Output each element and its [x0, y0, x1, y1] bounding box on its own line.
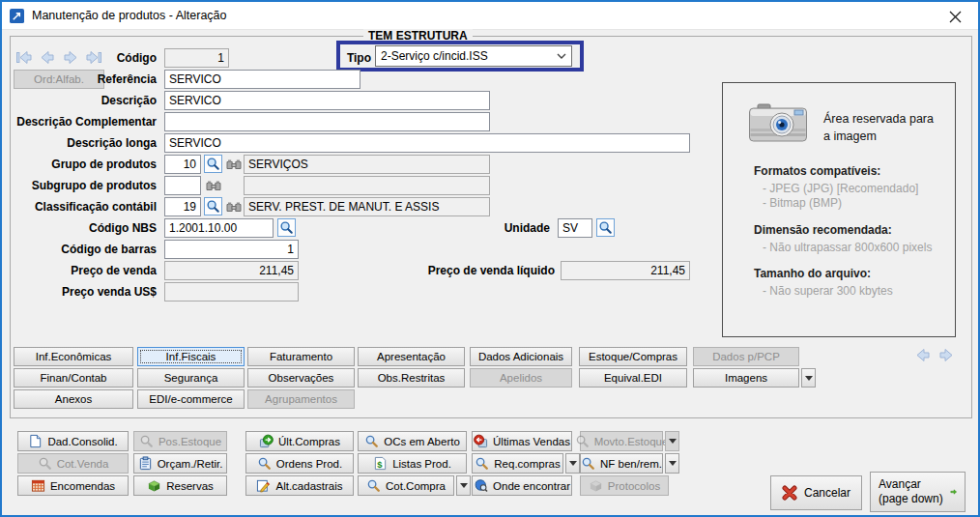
movto-estoque-dropdown-button[interactable] [665, 431, 679, 451]
codigo-barras-label: Código de barras [10, 243, 157, 256]
tipo-label: Tipo [344, 51, 371, 65]
tab-imagens[interactable]: Imagens [693, 368, 799, 388]
subgrupo-code-input[interactable] [164, 176, 201, 195]
search-icon [575, 434, 590, 448]
grupo-lookup-button[interactable] [204, 155, 222, 173]
format-item-bmp: - Bitmap (BMP) [763, 196, 842, 210]
tab-observacoes[interactable]: Observações [247, 368, 355, 388]
action-label: Orçam./Retir. [158, 458, 223, 470]
descricao-complementar-label: Descrição Complementar [10, 115, 157, 129]
unidade-label: Unidade [480, 221, 550, 235]
tab-edi-ecommerce[interactable]: EDI/e-commerce [137, 389, 245, 409]
close-icon[interactable] [941, 7, 968, 26]
preco-usd-field [164, 282, 299, 302]
alt-cadastrais-button[interactable]: Alt.cadastrais [245, 475, 354, 496]
tab-apresentacao[interactable]: Apresentação [358, 347, 465, 366]
ocs-em-aberto-button[interactable]: OCs em Aberto [358, 431, 467, 451]
action-label: Cot.Compra [386, 480, 446, 492]
descricao-input[interactable]: SERVICO [164, 91, 490, 110]
referencia-input[interactable]: SERVICO [164, 70, 360, 89]
tab-seguranca[interactable]: Segurança [137, 368, 245, 388]
req-compras-button[interactable]: Req.compras [472, 453, 563, 474]
unidade-lookup-button[interactable] [596, 218, 615, 237]
descricao-longa-input[interactable]: SERVICO [164, 133, 690, 153]
orcam-retir-button[interactable]: Orçam./Retir. [133, 453, 227, 474]
unidade-input[interactable]: SV [558, 218, 592, 238]
search-icon [139, 434, 154, 448]
tab-finan-contab[interactable]: Finan/Contab [14, 368, 133, 388]
tab-inf-fiscais[interactable]: Inf.Fiscais [137, 347, 245, 366]
cot-compra-button[interactable]: Cot.Compra [358, 475, 454, 496]
tab-apelidos[interactable]: Apelidos [470, 368, 572, 388]
ultimas-vendas-button[interactable]: Últimas Vendas [472, 431, 572, 451]
tab-estoque-compras[interactable]: Estoque/Compras [579, 347, 687, 366]
classificacao-code-input[interactable]: 19 [164, 197, 201, 216]
nf-ben-rem-button[interactable]: NF ben/rem. [580, 453, 663, 474]
codigo-field: 1 [164, 48, 229, 68]
reservas-button[interactable]: Reservas [133, 475, 227, 496]
grupo-code-input[interactable]: 10 [164, 155, 201, 174]
gray-box-icon [589, 478, 603, 493]
subgrupo-binoculars-button[interactable] [204, 177, 222, 194]
advance-button[interactable]: Avançar (page down) [870, 472, 966, 512]
search-icon [279, 220, 294, 235]
cot-venda-button[interactable]: Cot.Venda [17, 453, 129, 474]
green-box-icon [147, 478, 161, 493]
action-label: Onde encontrar [493, 480, 570, 492]
tab-agrupamentos[interactable]: Agrupamentos [247, 389, 355, 409]
clipboard-icon [138, 456, 153, 471]
descricao-longa-label: Descrição longa [10, 136, 157, 150]
cancel-label: Cancelar [804, 486, 850, 500]
preco-venda-field: 211,45 [164, 261, 299, 280]
search-icon [257, 456, 272, 471]
action-label: Últ.Compras [278, 436, 340, 447]
preco-usd-label: Preço venda US$ [10, 285, 157, 299]
encomendas-button[interactable]: Encomendas [17, 475, 129, 496]
codigo-barras-input[interactable]: 1 [164, 240, 299, 259]
map-search-icon [474, 478, 488, 493]
codigo-nbs-input[interactable]: 1.2001.10.00 [164, 218, 274, 238]
classificacao-binoculars-button[interactable] [224, 198, 243, 215]
listas-prod-button[interactable]: Listas Prod. [358, 453, 467, 474]
ult-compras-button[interactable]: Últ.Compras [245, 431, 354, 451]
action-label: OCs em Aberto [384, 436, 460, 447]
subgrupo-label: Subgrupo de produtos [10, 179, 157, 192]
image-next-icon[interactable] [937, 348, 955, 362]
tab-inf-economicas[interactable]: Inf.Econômicas [14, 347, 133, 366]
action-label: Cot.Venda [57, 458, 109, 470]
close-x-glyph [949, 11, 962, 23]
tab-anexos[interactable]: Anexos [14, 389, 133, 409]
tab-equival-edi[interactable]: Equival.EDI [579, 368, 687, 388]
imagens-dropdown-button[interactable] [801, 368, 816, 388]
req-compras-dropdown-button[interactable] [565, 453, 580, 474]
tab-dados-pcp[interactable]: Dados p/PCP [693, 347, 799, 366]
tab-faturamento[interactable]: Faturamento [247, 347, 355, 366]
protocolos-button[interactable]: Protocolos [580, 475, 669, 496]
tab-dados-adicionais[interactable]: Dados Adicionais [470, 347, 572, 366]
advance-label: Avançar [879, 477, 943, 492]
movto-estoque-button[interactable]: Movto.Estoque [580, 431, 663, 451]
formats-title: Formatos compatíveis: [754, 164, 880, 178]
codigo-nbs-lookup-button[interactable] [277, 218, 296, 237]
cancel-button[interactable]: Cancelar [770, 475, 862, 510]
pos-estoque-button[interactable]: Pos.Estoque [133, 431, 227, 451]
classificacao-lookup-button[interactable] [204, 197, 222, 215]
nf-ben-rem-dropdown-button[interactable] [665, 453, 679, 474]
descricao-complementar-input[interactable] [164, 112, 490, 131]
classificacao-name-field: SERV. PREST. DE MANUT. E ASSIS [244, 197, 490, 216]
grupo-binoculars-button[interactable] [224, 156, 243, 173]
codigo-nbs-label: Código NBS [10, 221, 157, 235]
onde-encontrar-button[interactable]: Onde encontrar [472, 475, 572, 496]
go-red-icon [474, 434, 488, 448]
dad-consolid-button[interactable]: Dad.Consolid. [17, 431, 129, 451]
edit-icon [256, 478, 271, 493]
tipo-select[interactable]: 2-Serviço c/incid.ISS [375, 45, 572, 67]
ordens-prod-button[interactable]: Ordens Prod. [245, 453, 354, 474]
binoculars-icon [225, 157, 243, 172]
action-label: Movto.Estoque [594, 436, 669, 447]
camera-icon [748, 100, 808, 144]
cot-compra-dropdown-button[interactable] [456, 475, 471, 496]
tab-obs-restritas[interactable]: Obs.Restritas [358, 368, 465, 388]
image-previous-icon[interactable] [914, 348, 932, 362]
preco-venda-label: Preço de venda [10, 264, 157, 277]
